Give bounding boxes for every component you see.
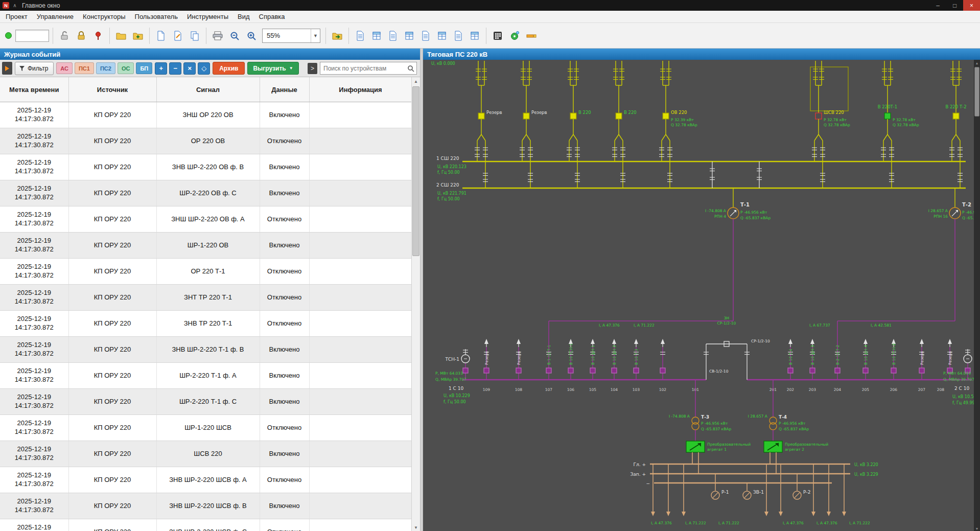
filter-badge-ОС[interactable]: ОС [118,62,134,74]
event-table-scrollbar[interactable]: ▲ ▼ [411,77,420,531]
document-button-5[interactable] [418,28,433,44]
play-button[interactable] [2,62,12,75]
event-row[interactable]: 2025-12-1914:17:30.872КП ОРУ 220ЗНВ ШР-2… [0,154,411,180]
document-button-1[interactable] [353,28,368,44]
diagram-label: В-1-10 Т-1 [547,344,551,365]
export-button[interactable]: Выгрузить ▼ [247,62,298,75]
copy-file-button[interactable] [187,28,202,44]
scrollbar-thumb[interactable] [412,86,419,256]
filter-badge-БП[interactable]: БП [136,62,152,74]
clear-button[interactable]: × [183,62,196,75]
event-row[interactable]: 2025-12-1914:17:30.872КП ОРУ 220ЗНВ ТР 2… [0,311,411,337]
scroll-up-icon[interactable]: ▲ [412,77,420,85]
diagram-label: U, кВ 3.229 [854,472,878,477]
diagram-label: 1 СШ 220 [436,156,459,161]
add-folder-button[interactable] [130,28,146,44]
event-row[interactable]: 2025-12-1914:17:30.872КП ОРУ 220ОР 220 Т… [0,259,411,285]
event-row[interactable]: 2025-12-1914:17:30.872КП ОРУ 220ШР-1-220… [0,233,411,259]
event-row[interactable]: 2025-12-1914:17:30.872КП ОРУ 220ОР 220 О… [0,128,411,154]
zoom-out-button[interactable] [227,28,242,44]
column-header[interactable]: Источник [68,77,156,102]
event-row[interactable]: 2025-12-1914:17:30.872КП ОРУ 220ШР-1-220… [0,415,411,441]
menu-item-4[interactable]: Пользователь [130,12,182,21]
export-folder-button[interactable] [330,28,345,44]
document-button-2[interactable] [369,28,384,44]
event-row[interactable]: 2025-12-1914:17:30.872КП ОРУ 220ЗНШ ОР 2… [0,102,411,128]
event-log-title: Журнал событий [0,49,420,60]
document-button-8[interactable] [467,28,482,44]
lock-button[interactable] [74,28,89,44]
add-button[interactable]: + [155,62,167,75]
pin-button[interactable] [90,28,106,44]
filter-button[interactable]: Фильтр [15,62,54,75]
diagram-label: 2 С 10 [954,386,969,391]
search-expand-button[interactable]: > [308,63,317,74]
calculator-button[interactable] [490,28,505,44]
menu-item-3[interactable]: Конструкторы [78,12,130,21]
menu-item-7[interactable]: Справка [254,12,290,21]
column-header[interactable]: Данные [260,77,309,102]
substation-diagram[interactable]: U, кВ 0.0001 СШ 220U, кВ 220.123f, Гц 50… [423,60,974,531]
maximize-button[interactable]: □ [946,0,963,11]
table-document-icon [372,31,381,41]
cell-info [309,493,411,519]
document-button-7[interactable] [451,28,466,44]
search-input[interactable] [320,65,405,72]
scroll-up-icon[interactable]: ▲ [974,60,980,66]
topology-button[interactable] [507,28,522,44]
menu-item-1[interactable]: Проект [1,12,32,21]
menu-item-6[interactable]: Вид [233,12,254,21]
close-button[interactable]: × [963,0,980,11]
menu-item-5[interactable]: Инструменты [182,12,233,21]
search-icon[interactable] [405,65,416,72]
diagram-label: 206 [890,387,898,392]
diagram-label: f, Гц 50.00 [437,197,460,201]
event-row[interactable]: 2025-12-1914:17:30.872КП ОРУ 220ШР-2-220… [0,363,411,389]
cell-data: Включено [260,363,309,389]
document-button-6[interactable] [434,28,450,44]
scroll-down-icon[interactable]: ▼ [412,523,420,531]
minimize-button[interactable]: – [929,0,946,11]
unlock-button[interactable] [57,28,72,44]
diagram-label: В 10 ТСН-2 [892,343,896,365]
diagram-arrow [651,512,655,516]
scroll-down-icon[interactable]: ▼ [974,525,980,531]
remove-button[interactable]: − [169,62,181,75]
event-row[interactable]: 2025-12-1914:17:30.872КП ОРУ 220ЗНВ ШР-2… [0,519,411,531]
print-button[interactable] [210,28,225,44]
document-button-4[interactable] [402,28,417,44]
marker-button[interactable]: ◇ [198,62,210,75]
zoom-in-button[interactable] [244,28,259,44]
filter-badge-АС[interactable]: АС [56,62,73,74]
event-row[interactable]: 2025-12-1914:17:30.872КП ОРУ 220ШСВ 220В… [0,441,411,467]
document-button-3[interactable] [385,28,401,44]
menu-item-2[interactable]: Управление [32,12,78,21]
legend-button[interactable] [524,28,539,44]
diagram-scrollbar[interactable]: ▲ ▼ [974,60,980,531]
event-row[interactable]: 2025-12-1914:17:30.872КП ОРУ 220ЗНТ ТР 2… [0,285,411,311]
filter-badge-ПС1[interactable]: ПС1 [75,62,94,74]
address-field[interactable] [15,30,49,42]
diagram-label: В 10 фН-1 [591,345,595,365]
archive-button[interactable]: Архив [213,62,245,75]
event-row[interactable]: 2025-12-1914:17:30.872КП ОРУ 220ШР-2-220… [0,389,411,415]
device-search [320,62,417,75]
diagram-label: Q -65.837 кВАр [962,216,974,220]
open-folder-button[interactable] [113,28,129,44]
edit-file-button[interactable] [170,28,185,44]
event-row[interactable]: 2025-12-1914:17:30.872КП ОРУ 220ЗНШ ШР-2… [0,206,411,233]
zoom-select[interactable]: 55% ▼ [262,29,320,43]
column-header[interactable]: Информация [309,77,411,102]
event-row[interactable]: 2025-12-1914:17:30.872КП ОРУ 220ШР-2-220… [0,180,411,206]
new-file-button[interactable] [153,28,169,44]
diagram-label: 105 [589,387,597,392]
column-header[interactable]: Сигнал [156,77,260,102]
event-row[interactable]: 2025-12-1914:17:30.872КП ОРУ 220ЗНВ ШР-2… [0,493,411,519]
scrollbar-thumb[interactable] [974,67,979,117]
event-row[interactable]: 2025-12-1914:17:30.872КП ОРУ 220ЗНВ ШР-2… [0,467,411,493]
event-row[interactable]: 2025-12-1914:17:30.872КП ОРУ 220ЗНВ ШР-2… [0,337,411,363]
filter-badge-ПС2[interactable]: ПС2 [96,62,115,74]
diagram-label: Р -46.956 кВт [740,210,767,215]
diagram-line [481,134,485,141]
column-header[interactable]: Метка времени [0,77,68,102]
